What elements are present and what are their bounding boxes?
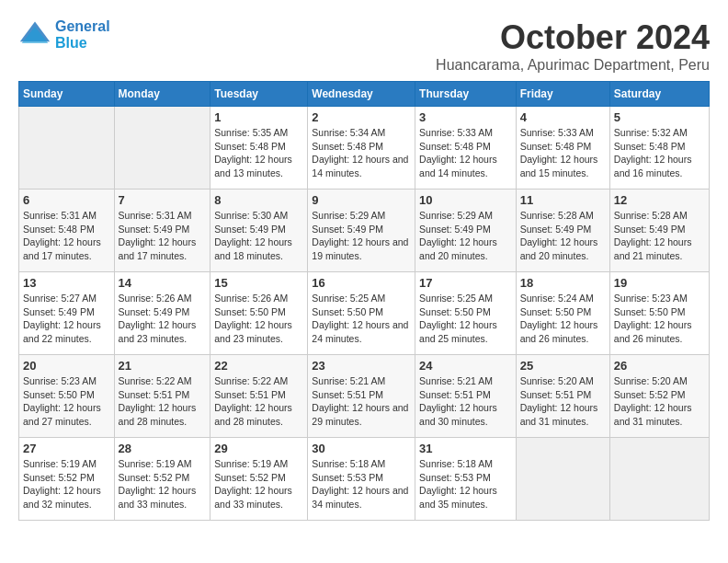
day-number: 12 (614, 193, 705, 207)
day-detail: Sunrise: 5:26 AMSunset: 5:50 PMDaylight:… (214, 292, 303, 346)
col-thursday: Thursday (415, 82, 517, 107)
page-header: General Blue October 2024 Huancarama, Ap… (18, 18, 710, 74)
day-detail: Sunrise: 5:25 AMSunset: 5:50 PMDaylight:… (419, 292, 512, 346)
day-number: 18 (520, 276, 606, 290)
table-row: 20Sunrise: 5:23 AMSunset: 5:50 PMDayligh… (19, 355, 115, 438)
table-row (609, 438, 709, 521)
day-detail: Sunrise: 5:29 AMSunset: 5:49 PMDaylight:… (419, 209, 512, 263)
table-row: 18Sunrise: 5:24 AMSunset: 5:50 PMDayligh… (516, 272, 609, 355)
day-number: 4 (520, 110, 606, 124)
day-detail: Sunrise: 5:35 AMSunset: 5:48 PMDaylight:… (214, 126, 303, 180)
page-title: October 2024 (436, 18, 710, 57)
day-number: 13 (23, 276, 110, 290)
table-row: 1Sunrise: 5:35 AMSunset: 5:48 PMDaylight… (210, 107, 308, 190)
day-detail: Sunrise: 5:30 AMSunset: 5:49 PMDaylight:… (214, 209, 303, 263)
day-number: 8 (214, 193, 303, 207)
day-detail: Sunrise: 5:23 AMSunset: 5:50 PMDaylight:… (614, 292, 705, 346)
calendar-header: Sunday Monday Tuesday Wednesday Thursday… (19, 82, 710, 107)
day-detail: Sunrise: 5:34 AMSunset: 5:48 PMDaylight:… (312, 126, 411, 180)
day-number: 2 (312, 110, 411, 124)
table-row: 29Sunrise: 5:19 AMSunset: 5:52 PMDayligh… (210, 438, 308, 521)
day-detail: Sunrise: 5:19 AMSunset: 5:52 PMDaylight:… (214, 457, 303, 511)
table-row: 17Sunrise: 5:25 AMSunset: 5:50 PMDayligh… (415, 272, 517, 355)
day-number: 24 (419, 359, 512, 373)
day-number: 15 (214, 276, 303, 290)
table-row: 23Sunrise: 5:21 AMSunset: 5:51 PMDayligh… (308, 355, 415, 438)
day-number: 21 (119, 359, 207, 373)
day-number: 5 (614, 110, 705, 124)
col-wednesday: Wednesday (308, 82, 415, 107)
day-detail: Sunrise: 5:21 AMSunset: 5:51 PMDaylight:… (312, 374, 411, 429)
day-detail: Sunrise: 5:28 AMSunset: 5:49 PMDaylight:… (520, 209, 606, 263)
table-row: 14Sunrise: 5:26 AMSunset: 5:49 PMDayligh… (114, 272, 210, 355)
table-row: 15Sunrise: 5:26 AMSunset: 5:50 PMDayligh… (210, 272, 308, 355)
day-number: 16 (312, 276, 411, 290)
table-row: 25Sunrise: 5:20 AMSunset: 5:51 PMDayligh… (516, 355, 609, 438)
day-number: 19 (614, 276, 705, 290)
table-row (516, 438, 609, 521)
col-tuesday: Tuesday (210, 82, 308, 107)
day-detail: Sunrise: 5:19 AMSunset: 5:52 PMDaylight:… (119, 457, 207, 511)
day-number: 1 (214, 110, 303, 124)
day-number: 3 (419, 110, 512, 124)
table-row: 28Sunrise: 5:19 AMSunset: 5:52 PMDayligh… (114, 438, 210, 521)
table-row: 7Sunrise: 5:31 AMSunset: 5:49 PMDaylight… (114, 190, 210, 272)
day-number: 23 (312, 359, 411, 373)
table-row: 21Sunrise: 5:22 AMSunset: 5:51 PMDayligh… (114, 355, 210, 438)
day-detail: Sunrise: 5:21 AMSunset: 5:51 PMDaylight:… (419, 374, 512, 429)
logo-text-general: General (55, 18, 110, 35)
day-detail: Sunrise: 5:33 AMSunset: 5:48 PMDaylight:… (520, 126, 606, 180)
table-row: 19Sunrise: 5:23 AMSunset: 5:50 PMDayligh… (609, 272, 709, 355)
day-detail: Sunrise: 5:31 AMSunset: 5:48 PMDaylight:… (23, 209, 110, 263)
table-row (114, 107, 210, 190)
table-row: 2Sunrise: 5:34 AMSunset: 5:48 PMDaylight… (308, 107, 415, 190)
table-row: 16Sunrise: 5:25 AMSunset: 5:50 PMDayligh… (308, 272, 415, 355)
table-row: 13Sunrise: 5:27 AMSunset: 5:49 PMDayligh… (19, 272, 115, 355)
logo-text-blue: Blue (55, 35, 110, 52)
logo: General Blue (18, 18, 110, 52)
col-sunday: Sunday (19, 82, 115, 107)
day-number: 30 (312, 442, 411, 455)
day-number: 25 (520, 359, 606, 373)
day-detail: Sunrise: 5:33 AMSunset: 5:48 PMDaylight:… (419, 126, 512, 180)
table-row: 27Sunrise: 5:19 AMSunset: 5:52 PMDayligh… (19, 438, 115, 521)
day-detail: Sunrise: 5:26 AMSunset: 5:49 PMDaylight:… (119, 292, 207, 346)
day-number: 11 (520, 193, 606, 207)
calendar-body: 1Sunrise: 5:35 AMSunset: 5:48 PMDaylight… (19, 107, 710, 521)
day-detail: Sunrise: 5:20 AMSunset: 5:51 PMDaylight:… (520, 374, 606, 429)
day-number: 17 (419, 276, 512, 290)
day-detail: Sunrise: 5:24 AMSunset: 5:50 PMDaylight:… (520, 292, 606, 346)
col-friday: Friday (516, 82, 609, 107)
table-row (19, 107, 115, 190)
table-row: 12Sunrise: 5:28 AMSunset: 5:49 PMDayligh… (609, 190, 709, 272)
day-detail: Sunrise: 5:28 AMSunset: 5:49 PMDaylight:… (614, 209, 705, 263)
table-row: 22Sunrise: 5:22 AMSunset: 5:51 PMDayligh… (210, 355, 308, 438)
day-number: 26 (614, 359, 705, 373)
table-row: 30Sunrise: 5:18 AMSunset: 5:53 PMDayligh… (308, 438, 415, 521)
day-number: 14 (119, 276, 207, 290)
table-row: 26Sunrise: 5:20 AMSunset: 5:52 PMDayligh… (609, 355, 709, 438)
day-number: 20 (23, 359, 110, 373)
day-detail: Sunrise: 5:25 AMSunset: 5:50 PMDaylight:… (312, 292, 411, 346)
page-subtitle: Huancarama, Apurimac Department, Peru (436, 57, 710, 74)
table-row: 8Sunrise: 5:30 AMSunset: 5:49 PMDaylight… (210, 190, 308, 272)
day-detail: Sunrise: 5:19 AMSunset: 5:52 PMDaylight:… (23, 457, 110, 511)
table-row: 5Sunrise: 5:32 AMSunset: 5:48 PMDaylight… (609, 107, 709, 190)
day-detail: Sunrise: 5:22 AMSunset: 5:51 PMDaylight:… (119, 374, 207, 429)
day-detail: Sunrise: 5:23 AMSunset: 5:50 PMDaylight:… (23, 374, 110, 429)
logo-icon (18, 18, 51, 52)
table-row: 4Sunrise: 5:33 AMSunset: 5:48 PMDaylight… (516, 107, 609, 190)
col-monday: Monday (114, 82, 210, 107)
title-block: October 2024 Huancarama, Apurimac Depart… (436, 18, 710, 74)
day-detail: Sunrise: 5:32 AMSunset: 5:48 PMDaylight:… (614, 126, 705, 180)
table-row: 3Sunrise: 5:33 AMSunset: 5:48 PMDaylight… (415, 107, 517, 190)
day-number: 10 (419, 193, 512, 207)
table-row: 9Sunrise: 5:29 AMSunset: 5:49 PMDaylight… (308, 190, 415, 272)
table-row: 6Sunrise: 5:31 AMSunset: 5:48 PMDaylight… (19, 190, 115, 272)
day-number: 22 (214, 359, 303, 373)
day-detail: Sunrise: 5:22 AMSunset: 5:51 PMDaylight:… (214, 374, 303, 429)
day-detail: Sunrise: 5:31 AMSunset: 5:49 PMDaylight:… (119, 209, 207, 263)
day-detail: Sunrise: 5:18 AMSunset: 5:53 PMDaylight:… (419, 457, 512, 511)
calendar-table: Sunday Monday Tuesday Wednesday Thursday… (18, 81, 710, 521)
day-number: 28 (119, 442, 207, 455)
